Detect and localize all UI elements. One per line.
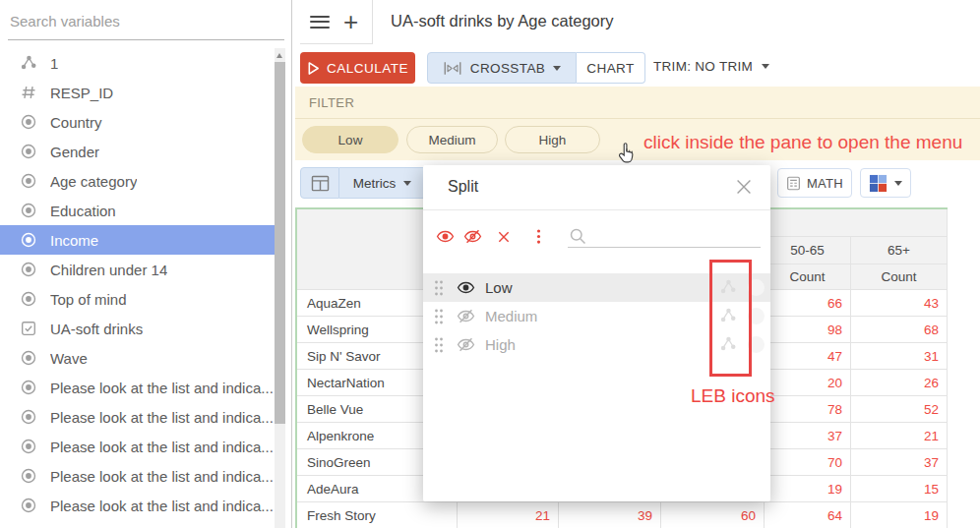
calculator-icon — [786, 176, 801, 191]
trim-dropdown[interactable]: TRIM: NO TRIM — [653, 59, 769, 74]
variable-type-icon — [20, 290, 37, 308]
chevron-down-icon[interactable] — [894, 181, 902, 186]
variable-item[interactable]: RESP_ID — [0, 78, 275, 107]
add-tab-icon[interactable]: + — [343, 12, 358, 31]
math-button[interactable]: MATH — [777, 168, 852, 198]
annotation-hint-text: click inside the pane to open the menu — [643, 132, 962, 153]
variable-type-icon — [20, 438, 37, 455]
filter-chip[interactable]: Low — [302, 126, 398, 153]
more-options-icon[interactable] — [529, 227, 548, 246]
chart-toggle-button[interactable]: CHART — [577, 52, 645, 84]
close-icon[interactable] — [733, 176, 755, 198]
variable-label: Children under 14 — [50, 262, 167, 278]
variable-type-icon — [20, 54, 37, 72]
table-cell: 66 — [765, 290, 851, 317]
variable-item[interactable]: Country — [0, 107, 275, 137]
table-cell: 26 — [851, 370, 948, 396]
variable-item[interactable]: Please look at the list and indica... — [0, 491, 275, 520]
variables-list: 1 RESP_ID Country Gender Age category — [0, 48, 275, 520]
table-cell: 39 — [559, 502, 661, 528]
scrollbar-thumb[interactable] — [275, 62, 285, 424]
modal-title: Split — [448, 178, 478, 196]
variable-label: RESP_ID — [50, 85, 113, 101]
layout-button[interactable] — [300, 167, 339, 199]
show-all-icon[interactable] — [436, 227, 455, 246]
variable-item[interactable]: Age category — [0, 166, 275, 196]
search-variables-input[interactable] — [8, 0, 288, 41]
filter-chip-label: Medium — [428, 133, 475, 147]
variable-item[interactable]: Education — [0, 196, 275, 225]
crosstab-toggle-button[interactable]: CROSSTAB — [427, 52, 577, 84]
play-icon — [307, 61, 320, 76]
chevron-down-icon — [403, 181, 411, 186]
trim-label: TRIM: NO TRIM — [653, 59, 753, 74]
variable-item[interactable]: Please look at the list and indica... — [0, 373, 275, 402]
variable-label: Please look at the list and indica... — [50, 498, 274, 514]
chevron-down-icon[interactable] — [553, 66, 561, 71]
variable-label: Age category — [50, 173, 137, 190]
table-layout-icon — [311, 175, 330, 192]
column-header: 65+ — [851, 237, 948, 264]
chart-label: CHART — [586, 61, 634, 76]
visibility-toggle-icon[interactable] — [457, 335, 475, 354]
table-cell: 15 — [851, 476, 948, 502]
filter-chip[interactable]: Medium — [406, 126, 498, 153]
variable-type-icon — [20, 172, 37, 190]
drag-handle-icon[interactable] — [433, 308, 445, 325]
split-item-label: High — [485, 336, 516, 353]
table-cell: 64 — [765, 502, 851, 528]
variable-item[interactable]: UA-soft drinks — [0, 314, 275, 343]
variable-item[interactable]: Please look at the list and indica... — [0, 402, 275, 432]
scroll-up-icon[interactable] — [276, 53, 282, 58]
remove-icon[interactable] — [496, 229, 512, 245]
table-cell: 98 — [765, 317, 851, 343]
search-field-wrap — [8, 0, 284, 40]
calculate-button[interactable]: CALCULATE — [300, 52, 415, 84]
variable-item[interactable]: Gender — [0, 137, 275, 166]
metrics-dropdown[interactable]: Metrics — [339, 167, 426, 199]
filter-pane[interactable]: FILTER Low Medium High click inside the … — [295, 87, 980, 160]
filter-chip-label: High — [539, 133, 567, 147]
variable-item[interactable]: Wave — [0, 343, 275, 373]
variable-item[interactable]: 1 — [0, 48, 275, 78]
table-cell: 47 — [765, 343, 851, 370]
table-cell: 37 — [765, 423, 851, 449]
variable-label: Country — [50, 114, 102, 131]
math-label: MATH — [807, 176, 843, 191]
hide-all-icon[interactable] — [463, 227, 482, 246]
crosstab-icon — [443, 61, 462, 76]
table-cell: 21 — [851, 423, 948, 449]
filter-chip[interactable]: High — [505, 126, 600, 153]
table-cell: 21 — [458, 502, 559, 528]
table-cell: 43 — [851, 290, 948, 317]
color-grid-icon — [869, 174, 888, 193]
variable-item[interactable]: Income — [0, 225, 275, 255]
table-cell: 52 — [851, 396, 948, 423]
variable-label: Please look at the list and indica... — [50, 409, 274, 426]
variable-label: Please look at the list and indica... — [50, 468, 274, 485]
variable-type-icon — [20, 320, 37, 337]
split-item-label: Low — [485, 279, 513, 296]
drag-handle-icon[interactable] — [433, 279, 445, 297]
variable-label: Income — [50, 232, 98, 249]
visibility-toggle-icon[interactable] — [457, 278, 475, 297]
view-toggle: CROSSTAB CHART — [427, 52, 645, 84]
split-search-input[interactable] — [568, 224, 761, 248]
variable-label: Gender — [50, 144, 99, 160]
variable-type-icon — [20, 261, 37, 278]
variables-sidebar: 1 RESP_ID Country Gender Age category — [0, 0, 292, 528]
drag-handle-icon[interactable] — [433, 336, 445, 354]
variable-item[interactable]: Children under 14 — [0, 255, 275, 284]
annotation-leb-label: LEB icons — [691, 385, 775, 407]
filter-chip-label: Low — [338, 133, 363, 147]
variable-type-icon — [20, 497, 37, 514]
variable-item[interactable]: Top of mind — [0, 284, 275, 314]
variable-item[interactable]: Please look at the list and indica... — [0, 432, 275, 461]
menu-icon[interactable] — [310, 16, 330, 29]
visibility-toggle-icon[interactable] — [457, 307, 475, 325]
sidebar-scrollbar[interactable] — [275, 48, 285, 528]
color-scheme-button[interactable] — [860, 168, 911, 198]
column-header: Count — [765, 264, 851, 290]
variable-item[interactable]: Please look at the list and indica... — [0, 461, 275, 491]
table-cell: 20 — [765, 370, 851, 396]
